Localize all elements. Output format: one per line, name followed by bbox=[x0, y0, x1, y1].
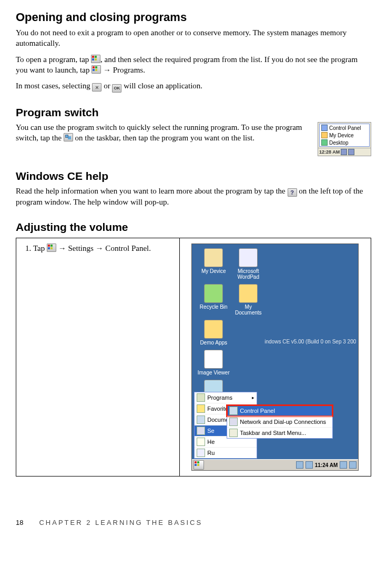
step-1: Tap → Settings → Control Panel. bbox=[33, 244, 174, 253]
submenu-network[interactable]: Network and Dial-up Connections bbox=[227, 416, 332, 427]
start-icon bbox=[91, 55, 100, 63]
page-number: 18 bbox=[16, 519, 23, 526]
volume-screenshot-cell: My Device Microsoft WordPad Recycle Bin … bbox=[179, 238, 371, 477]
para-open-program: To open a program, tap , and then select… bbox=[16, 54, 371, 76]
tray-icon[interactable] bbox=[305, 461, 313, 469]
page-footer: 18CHAPTER 2 LEARNING THE BASICS bbox=[16, 519, 371, 526]
chevron-right-icon: ▸ bbox=[252, 395, 254, 400]
switch-item: Control Panel bbox=[320, 124, 369, 131]
ok-icon: OK bbox=[112, 84, 121, 93]
volume-steps-table: Tap → Settings → Control Panel. My Devic… bbox=[16, 238, 371, 477]
heading-adjusting-volume: Adjusting the volume bbox=[16, 221, 371, 234]
text: on the taskbar, then tap the program you… bbox=[75, 134, 254, 142]
close-icon: × bbox=[92, 83, 101, 92]
help-icon: ? bbox=[288, 188, 297, 197]
heading-opening-closing: Opening and closing programs bbox=[16, 11, 371, 24]
clock-text: 11:24 AM bbox=[315, 462, 338, 468]
tray-icon[interactable] bbox=[349, 461, 357, 469]
start-menu-run[interactable]: Ru bbox=[195, 447, 257, 458]
volume-step-cell: Tap → Settings → Control Panel. bbox=[16, 238, 180, 477]
text: → Programs. bbox=[101, 66, 145, 74]
tray-icon[interactable] bbox=[296, 461, 303, 469]
start-button[interactable] bbox=[194, 460, 204, 470]
desktop-screenshot: My Device Microsoft WordPad Recycle Bin … bbox=[191, 244, 359, 471]
start-icon bbox=[91, 65, 101, 74]
desktop-icon-recycle[interactable]: Recycle Bin bbox=[196, 284, 231, 310]
watermark-line1: indows CE v5.00 (Build 0 on Sep 3 200 bbox=[264, 339, 356, 344]
desktop-icon-image-viewer[interactable]: Image Viewer bbox=[196, 350, 231, 376]
text: To open a program, tap bbox=[16, 55, 91, 64]
desktop-icon-mydocs[interactable]: My Documents bbox=[231, 284, 266, 316]
switch-item: Desktop bbox=[320, 139, 369, 146]
settings-submenu: Control Panel Network and Dial-up Connec… bbox=[227, 405, 333, 439]
text: Read the help information when you want … bbox=[16, 187, 288, 195]
taskbar: 11:24 AM bbox=[192, 459, 358, 470]
para-help: Read the help information when you want … bbox=[16, 186, 371, 207]
tray-icon[interactable] bbox=[340, 461, 347, 469]
start-icon bbox=[47, 244, 56, 252]
text: Tap bbox=[33, 244, 47, 252]
desktop-icon-my-device[interactable]: My Device bbox=[196, 248, 231, 274]
text: In most cases, selecting bbox=[16, 82, 92, 90]
para-memory: You do not need to exit a program to ope… bbox=[16, 27, 371, 49]
tray-icon bbox=[341, 149, 347, 155]
heading-program-switch: Program switch bbox=[16, 106, 371, 119]
start-menu-programs[interactable]: Programs▸ bbox=[195, 392, 257, 403]
submenu-taskbar[interactable]: Taskbar and Start Menu... bbox=[227, 427, 332, 438]
text: will close an application. bbox=[121, 82, 202, 90]
mini-taskbar: 12:28 AM bbox=[318, 148, 371, 156]
para-close-app: In most cases, selecting × or OK will cl… bbox=[16, 80, 371, 93]
chapter-title: CHAPTER 2 LEARNING THE BASICS bbox=[39, 519, 202, 526]
text: → Settings → Control Panel. bbox=[56, 244, 151, 252]
heading-wince-help: Windows CE help bbox=[16, 170, 371, 183]
program-switch-icon bbox=[64, 133, 73, 141]
clock-text: 12:28 AM bbox=[319, 149, 340, 155]
switch-tray-icon bbox=[348, 149, 354, 155]
desktop-icon-demo[interactable]: Demo Apps bbox=[196, 320, 231, 346]
program-switch-screenshot: Control Panel My Device Desktop 12:28 AM bbox=[318, 122, 371, 156]
switch-item: My Device bbox=[320, 131, 369, 139]
submenu-control-panel[interactable]: Control Panel bbox=[227, 405, 332, 416]
text: or bbox=[101, 82, 112, 90]
desktop-icon-wordpad[interactable]: Microsoft WordPad bbox=[231, 248, 266, 280]
